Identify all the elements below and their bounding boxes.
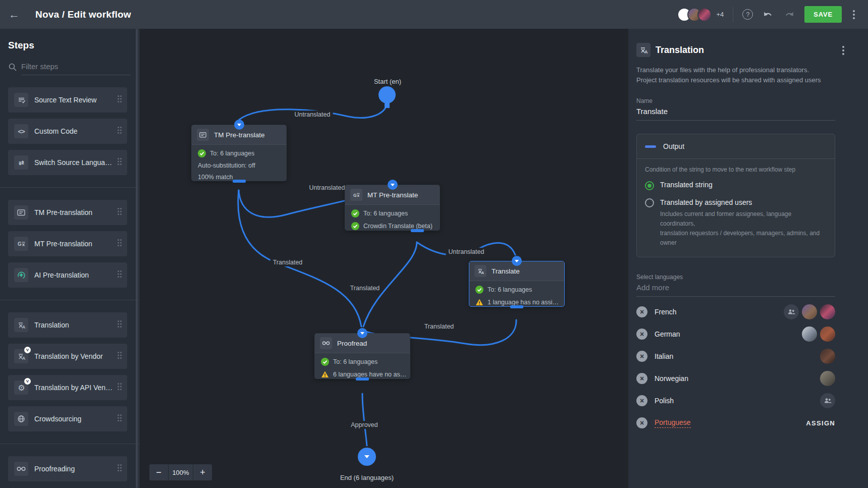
drag-handle[interactable] (117, 239, 122, 249)
node-tm-pre-translate[interactable]: TM Pre-translate To: 6 languages Auto-su… (191, 125, 287, 181)
radio-selected-icon[interactable] (645, 181, 654, 190)
assign-button[interactable]: ASSIGN (806, 419, 835, 427)
radio-translated-by-assigned-users[interactable]: Translated by assigned users Includes cu… (645, 198, 827, 248)
zoom-level: 100% (168, 464, 193, 480)
output-card-title: Output (663, 142, 684, 150)
avatar[interactable] (820, 371, 835, 386)
drag-handle[interactable] (117, 126, 122, 136)
drag-handle[interactable] (117, 464, 122, 474)
redo-icon (784, 11, 794, 19)
close-icon: × (640, 397, 644, 404)
radio-option-description: Includes current and former assignees, l… (660, 209, 827, 248)
step-mt-pre-translation[interactable]: G MT Pre-translation (8, 231, 127, 256)
node-input-port[interactable] (388, 180, 398, 190)
step-source-text-review[interactable]: Source Text Review (8, 87, 127, 113)
node-status-row: Crowdin Translate (beta) (345, 218, 440, 230)
filter-steps-input[interactable] (21, 59, 131, 75)
node-output-port[interactable] (356, 377, 369, 381)
avatar[interactable] (802, 327, 817, 342)
close-icon: × (640, 353, 644, 360)
save-button[interactable]: SAVE (804, 6, 842, 23)
node-status-row: To: 6 languages (469, 281, 564, 294)
remove-language-button[interactable]: × (636, 373, 647, 384)
start-node-circle[interactable] (378, 86, 396, 103)
drag-handle[interactable] (117, 270, 122, 280)
remove-language-button[interactable]: × (636, 351, 647, 362)
back-button[interactable]: ← (0, 8, 28, 21)
step-translation-by-api-vendor[interactable]: ⚙ V Translation by API Ven… (8, 375, 127, 400)
language-row-french: × French (636, 301, 835, 323)
radio-unselected-icon[interactable] (645, 198, 654, 207)
name-field[interactable] (636, 104, 835, 121)
step-label: Translation by API Ven… (34, 384, 117, 392)
step-options-menu-button[interactable] (840, 44, 846, 57)
drag-handle[interactable] (117, 95, 122, 105)
step-tm-pre-translation[interactable]: TM Pre-translation (8, 200, 127, 225)
warning-icon (475, 298, 483, 306)
remove-language-button[interactable]: × (636, 417, 647, 428)
page-title: Nova / Edit workflow (35, 9, 131, 20)
node-output-port[interactable] (233, 180, 246, 183)
assignees-group-icon[interactable] (820, 393, 835, 408)
node-input-port[interactable] (512, 256, 522, 266)
end-node-circle[interactable] (358, 448, 376, 466)
assignees-group-icon[interactable] (784, 304, 799, 319)
drag-handle[interactable] (117, 157, 122, 168)
avatar[interactable] (820, 349, 835, 364)
redo-button[interactable] (783, 9, 795, 21)
remove-language-button[interactable]: × (636, 329, 647, 340)
steps-sidebar: Steps Source Text Review (0, 29, 139, 488)
ai-icon (14, 268, 28, 282)
radio-translated-string[interactable]: Translated string (645, 181, 827, 190)
drag-handle[interactable] (117, 320, 122, 330)
more-menu-button[interactable] (851, 8, 857, 21)
remove-language-button[interactable]: × (636, 395, 647, 406)
remove-language-button[interactable]: × (636, 306, 647, 317)
step-proofreading[interactable]: Proofreading (8, 456, 127, 481)
check-icon (351, 222, 359, 230)
mt-icon: G (350, 189, 362, 201)
check-icon (321, 358, 329, 366)
step-switch-source-language[interactable]: ⇄ Switch Source Langua… (8, 150, 127, 175)
svg-text:G: G (353, 193, 357, 198)
drag-handle[interactable] (117, 383, 122, 393)
zoom-in-button[interactable]: + (193, 464, 212, 480)
node-translate[interactable]: A Translate To: 6 languages 1 language h… (469, 261, 565, 307)
step-crowdsourcing[interactable]: Crowdsourcing (8, 406, 127, 431)
step-translation-by-vendor[interactable]: A V Translation by Vendor (8, 344, 127, 369)
add-languages-input[interactable] (636, 281, 835, 297)
svg-text:A: A (644, 49, 648, 55)
step-custom-code[interactable]: <> Custom Code (8, 119, 127, 144)
node-input-port[interactable] (234, 120, 244, 130)
step-ai-pre-translation[interactable]: AI Pre-translation (8, 262, 127, 288)
drag-handle[interactable] (117, 207, 122, 218)
language-row-italian: × Italian (636, 345, 835, 367)
more-users-count[interactable]: +4 (717, 11, 724, 18)
node-output-port[interactable] (510, 305, 523, 308)
workflow-canvas[interactable]: Start (en) TM Pre-translate To: 6 langua… (139, 29, 628, 488)
help-button[interactable]: ? (742, 9, 753, 20)
group-divider (0, 187, 139, 188)
node-input-port[interactable] (357, 328, 367, 338)
step-translation[interactable]: A Translation (8, 312, 127, 338)
language-row-german: × German (636, 323, 835, 345)
drag-handle[interactable] (117, 351, 122, 361)
node-proofread[interactable]: Proofread To: 6 languages 6 languages ha… (314, 333, 410, 379)
drag-handle[interactable] (117, 414, 122, 424)
sidebar-scrollbar[interactable] (136, 29, 138, 488)
avatar[interactable] (820, 327, 835, 342)
step-label: MT Pre-translation (34, 240, 117, 248)
collaborator-avatars[interactable]: +4 (677, 8, 724, 22)
node-setting-row: 100% match (192, 169, 286, 181)
switch-language-icon: ⇄ (14, 155, 28, 170)
node-title: Proofread (337, 340, 367, 347)
undo-button[interactable] (762, 9, 774, 21)
name-field-label: Name (636, 97, 835, 104)
avatar[interactable] (802, 304, 817, 319)
node-mt-pre-translate[interactable]: G MT Pre-translate To: 6 languages Crowd… (345, 185, 440, 231)
node-output-port[interactable] (411, 229, 424, 232)
language-name-unassigned: Portuguese (655, 418, 691, 428)
language-list: × French × German × (636, 301, 835, 434)
avatar[interactable] (820, 304, 835, 319)
zoom-out-button[interactable]: − (149, 464, 168, 480)
